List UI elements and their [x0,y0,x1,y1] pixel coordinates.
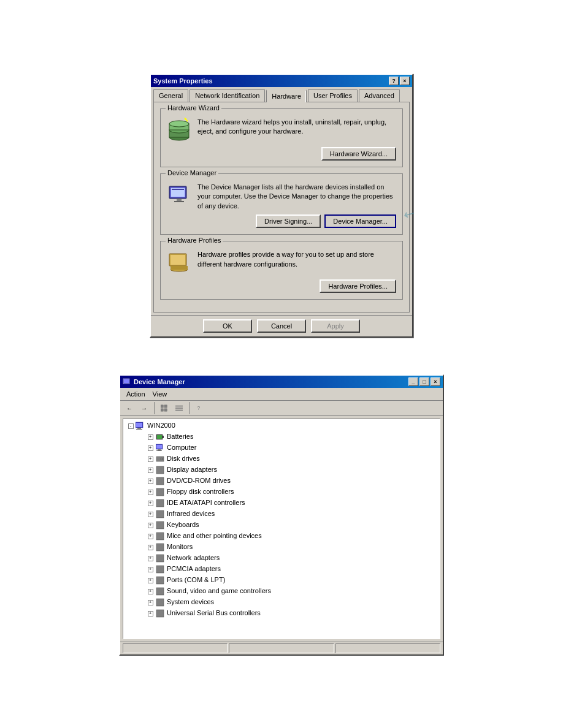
tab-general[interactable]: General [153,89,188,102]
view-large-icons-button[interactable] [158,402,171,414]
svg-rect-21 [164,405,167,408]
back-button[interactable]: ← [123,402,136,414]
tree-item-icon [155,498,165,508]
svg-rect-51 [156,566,164,573]
svg-point-41 [161,458,163,460]
toolbar-separator-1 [154,402,155,414]
tree-item[interactable]: +Batteries [124,431,439,442]
svg-rect-15 [170,255,185,265]
tree-item[interactable]: +Display adapters [124,464,439,476]
tree-expand-button[interactable]: + [145,443,155,453]
tree-expand-button[interactable]: + [145,575,155,585]
computer-icon [136,421,145,431]
tree-item[interactable]: +Sound, video and game controllers [124,586,439,597]
tree-item-icon [155,520,165,530]
svg-text:?: ? [197,406,201,412]
tree-item-icon [155,476,165,486]
tree-expand-button[interactable]: + [145,454,155,464]
svg-rect-55 [156,610,164,617]
tree-expand-button[interactable]: + [145,476,155,486]
tree-item-label: Ports (COM & LPT) [167,575,225,585]
device-manager-tree[interactable]: - WIN2000 +Batteries+Computer+Disk drive… [123,419,440,639]
device-manager-statusbar [120,642,443,654]
ok-button[interactable]: OK [203,319,252,333]
tree-expand-button[interactable]: + [145,542,155,552]
hardware-tab-content: Hardware Wizard [153,102,410,313]
tree-item[interactable]: +PCMCIA adapters [124,564,439,575]
tree-item[interactable]: +Disk drives [124,453,439,464]
tree-expand-button[interactable]: + [145,498,155,508]
hardware-wizard-group: Hardware Wizard [160,108,403,167]
tree-item[interactable]: +Mice and other pointing devices [124,531,439,542]
tree-item-icon [155,465,165,475]
action-menu[interactable]: Action [123,389,149,399]
minimize-button[interactable]: _ [408,377,418,386]
device-manager-icon [167,183,191,207]
svg-rect-19 [124,379,129,383]
tree-item[interactable]: +Monitors [124,542,439,553]
svg-rect-30 [137,428,141,429]
help-button[interactable]: ? [193,402,206,414]
tree-item[interactable]: +Keyboards [124,520,439,531]
driver-signing-button[interactable]: Driver Signing... [256,214,321,228]
tree-expand-button[interactable]: + [145,553,155,563]
view-menu[interactable]: View [149,389,171,399]
tree-item-icon [155,454,165,464]
maximize-button[interactable]: □ [419,377,429,386]
tree-expand-button[interactable]: + [145,432,155,442]
dialog-buttons: OK Cancel Apply [151,315,412,336]
svg-point-4 [169,121,189,127]
device-manager-button[interactable]: Device Manager... [324,214,396,228]
tree-expand-button[interactable]: + [145,609,155,618]
tree-root-item[interactable]: - WIN2000 [124,420,439,431]
close-button[interactable]: × [431,377,440,386]
close-button[interactable]: × [400,77,410,85]
tree-item[interactable]: +IDE ATA/ATAPI controllers [124,498,439,509]
svg-rect-44 [156,488,164,496]
svg-rect-24 [175,406,183,407]
tree-item[interactable]: +DVD/CD-ROM drives [124,476,439,487]
device-manager-titlebar-buttons: _ □ × [408,377,440,386]
tree-item[interactable]: +Computer [124,442,439,453]
tree-item[interactable]: +Network adapters [124,553,439,564]
hardware-wizard-description: The Hardware wizard helps you install, u… [197,118,396,137]
status-panel-2 [229,643,334,653]
tab-user-profiles[interactable]: User Profiles [308,89,358,102]
tree-item-label: Network adapters [167,553,220,563]
tab-advanced[interactable]: Advanced [359,89,400,102]
tree-item[interactable]: +Infrared devices [124,509,439,520]
svg-rect-17 [170,266,188,270]
tree-expand-button[interactable]: + [145,509,155,519]
tree-item-label: Keyboards [167,520,199,529]
tree-item[interactable]: +Universal Serial Bus controllers [124,608,439,619]
tree-expand-button[interactable]: + [145,531,155,541]
view-list-button[interactable] [172,402,186,414]
hardware-wizard-button[interactable]: Hardware Wizard... [321,147,396,161]
forward-button[interactable]: → [137,402,151,414]
tree-expand-button[interactable]: + [145,520,155,530]
svg-rect-20 [161,405,163,408]
tab-hardware[interactable]: Hardware [266,89,307,102]
root-expand[interactable]: - [126,421,136,431]
cancel-button[interactable]: Cancel [257,319,306,333]
tree-item[interactable]: +Ports (COM & LPT) [124,575,439,586]
tree-expand-button[interactable]: + [145,465,155,475]
tree-expand-button[interactable]: + [145,487,155,497]
svg-rect-38 [156,450,162,451]
svg-rect-48 [156,533,164,540]
tree-item-label: PCMCIA adapters [167,564,221,574]
tree-expand-button[interactable]: + [145,586,155,596]
tree-item[interactable]: +Floppy disk controllers [124,487,439,498]
tree-expand-button[interactable]: + [145,597,155,607]
tab-network-identification[interactable]: Network Identification [190,89,265,102]
device-manager-titlebar: Device Manager _ □ × [120,376,443,388]
system-properties-dialog: System Properties ? × General Network Id… [150,74,413,338]
tree-item[interactable]: +System devices [124,597,439,608]
hardware-profiles-button[interactable]: Hardware Profiles... [320,279,396,293]
help-button[interactable]: ? [389,77,399,85]
apply-button[interactable]: Apply [311,319,360,333]
device-manager-content: The Device Manager lists all the hardwar… [167,183,396,211]
tree-expand-button[interactable]: + [145,564,155,574]
hardware-wizard-group-title: Hardware Wizard [166,104,221,112]
hardware-profiles-content: Hardware profiles provide a way for you … [167,250,396,275]
